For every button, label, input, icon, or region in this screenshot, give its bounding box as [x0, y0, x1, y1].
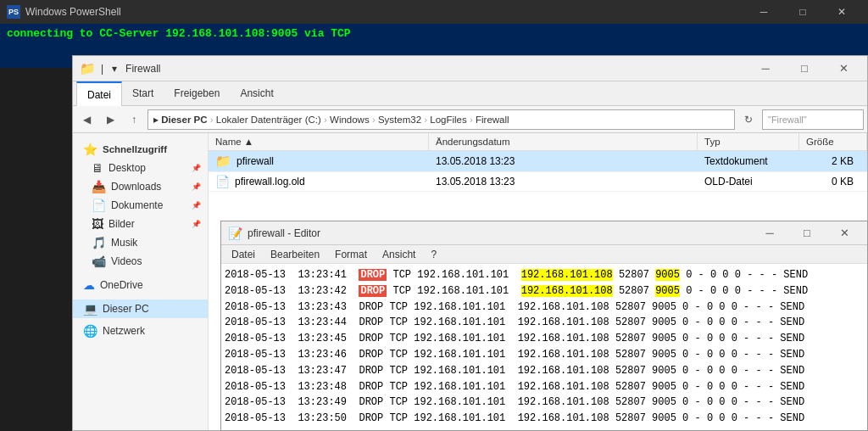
drop-badge-2: DROP — [359, 285, 387, 297]
powershell-controls: ─ □ ✕ — [744, 0, 861, 24]
this-pc-icon: 💻 — [83, 302, 97, 316]
music-icon: 🎵 — [92, 236, 106, 249]
file-row-pfirewall[interactable]: 📁 pfirewall 13.05.2018 13:23 Textdokumen… — [209, 151, 867, 172]
notepad-maximize[interactable]: □ — [791, 222, 823, 244]
sidebar-item-schnellzugriff: ⭐ Schnellzugriff — [73, 140, 208, 159]
menu-ansicht[interactable]: Ansicht — [376, 249, 422, 260]
log-line-3: 2018-05-13 13:23:43 DROP TCP 192.168.101… — [225, 299, 864, 316]
file-list-header: Name ▲ Änderungsdatum Typ Größe — [209, 133, 867, 151]
ribbon-tabs: Datei Start Freigeben Ansicht — [73, 81, 867, 105]
search-box[interactable]: "Firewall" — [762, 109, 864, 130]
tab-start[interactable]: Start — [122, 81, 164, 105]
file-type-pfirewall: Textdokument — [698, 151, 799, 171]
explorer-minimize[interactable]: ─ — [748, 57, 782, 81]
log-mid-1: TCP 192.168.101.101 — [387, 269, 520, 281]
highlight-ip-2: 192.168.101.108 — [521, 285, 613, 297]
sidebar-item-musik[interactable]: 🎵 Musik — [73, 233, 208, 252]
log-line-6: 2018-05-13 13:23:46 DROP TCP 192.168.101… — [225, 347, 864, 363]
col-name: Name ▲ — [209, 133, 429, 150]
file-icon-old: 📄 — [215, 175, 230, 188]
sidebar-item-onedrive[interactable]: ☁ OneDrive — [73, 276, 208, 294]
notepad-title: pfirewall - Editor — [248, 227, 748, 239]
explorer-maximize[interactable]: □ — [787, 57, 821, 81]
pictures-icon: 🖼 — [92, 217, 103, 231]
log-line-2: 2018-05-13 13:23:42 DROP TCP 192.168.101… — [225, 283, 864, 299]
log-prefix-1: 2018-05-13 13:23:41 — [225, 269, 359, 281]
log-line-8: 2018-05-13 13:23:48 DROP TCP 192.168.101… — [225, 379, 864, 395]
sidebar-item-downloads[interactable]: 📥 Downloads 📌 — [73, 177, 208, 196]
sidebar: ⭐ Schnellzugriff 🖥 Desktop 📌 📥 Downloads… — [73, 133, 209, 430]
connecting-text: connecting to CC-Server 192.168.101.108:… — [7, 27, 351, 40]
sidebar-item-bilder[interactable]: 🖼 Bilder 📌 — [73, 215, 208, 233]
log-line-9: 2018-05-13 13:23:49 DROP TCP 192.168.101… — [225, 395, 864, 411]
tab-ansicht[interactable]: Ansicht — [230, 81, 283, 105]
menu-help[interactable]: ? — [424, 249, 443, 260]
pin-icon-desktop: 📌 — [192, 164, 201, 172]
explorer-titlebar: 📁 | ▾ Firewall ─ □ ✕ — [73, 56, 867, 81]
explorer-close[interactable]: ✕ — [826, 57, 860, 81]
sidebar-label-bilder: Bilder — [108, 218, 135, 230]
log-suffix-2: 0 - 0 0 0 - - - SEND — [680, 285, 808, 297]
log-line-10: 2018-05-13 13:23:50 DROP TCP 192.168.101… — [225, 411, 864, 427]
sidebar-item-dokumente[interactable]: 📄 Dokumente 📌 — [73, 196, 208, 215]
sidebar-item-videos[interactable]: 📹 Videos — [73, 252, 208, 271]
file-date-old: 13.05.2018 13:23 — [429, 172, 698, 191]
desktop-icon: 🖥 — [92, 161, 103, 175]
search-placeholder: "Firewall" — [768, 115, 807, 125]
onedrive-icon: ☁ — [83, 278, 95, 292]
col-date: Änderungsdatum — [429, 133, 698, 150]
log-line-7: 2018-05-13 13:23:47 DROP TCP 192.168.101… — [225, 363, 864, 379]
pin-icon-bilder: 📌 — [192, 220, 201, 228]
documents-icon: 📄 — [92, 199, 106, 212]
sidebar-item-desktop[interactable]: 🖥 Desktop 📌 — [73, 159, 208, 177]
sidebar-label-musik: Musik — [111, 237, 137, 249]
notepad-content[interactable]: 2018-05-13 13:23:41 DROP TCP 192.168.101… — [221, 264, 867, 430]
forward-button[interactable]: ▶ — [100, 109, 120, 130]
file-name-pfirewall-old: 📄 pfirewall.log.old — [209, 172, 429, 191]
refresh-button[interactable]: ↻ — [738, 109, 759, 130]
maximize-button[interactable]: □ — [783, 0, 822, 24]
col-type: Typ — [698, 133, 799, 150]
powershell-content: connecting to CC-Server 192.168.101.108:… — [0, 24, 868, 43]
highlight-ip-1: 192.168.101.108 — [521, 269, 613, 281]
file-date-pfirewall: 13.05.2018 13:23 — [429, 151, 698, 171]
powershell-icon: PS — [7, 5, 20, 19]
notepad-minimize[interactable]: ─ — [754, 222, 786, 244]
notepad-icon: 📝 — [228, 227, 242, 240]
close-button[interactable]: ✕ — [822, 0, 861, 24]
menu-bearbeiten[interactable]: Bearbeiten — [264, 249, 326, 260]
menu-format[interactable]: Format — [328, 249, 374, 260]
star-icon: ⭐ — [83, 143, 97, 156]
back-button[interactable]: ◀ — [76, 109, 97, 130]
tab-datei[interactable]: Datei — [76, 81, 122, 106]
log-suffix-1: 0 - 0 0 0 - - - SEND — [680, 269, 808, 281]
log-mid-2: TCP 192.168.101.101 — [387, 285, 520, 297]
address-path[interactable]: ▸ Dieser PC › Lokaler Datenträger (C:) ›… — [147, 109, 735, 130]
address-bar: ◀ ▶ ↑ ▸ Dieser PC › Lokaler Datenträger … — [73, 106, 867, 133]
sidebar-label-onedrive: OneDrive — [100, 279, 143, 291]
up-button[interactable]: ↑ — [124, 109, 144, 130]
file-name-pfirewall: 📁 pfirewall — [209, 151, 429, 171]
file-row-pfirewall-old[interactable]: 📄 pfirewall.log.old 13.05.2018 13:23 OLD… — [209, 172, 867, 192]
minimize-button[interactable]: ─ — [744, 0, 783, 24]
col-size: Größe — [799, 133, 867, 150]
log-line-1: 2018-05-13 13:23:41 DROP TCP 192.168.101… — [225, 267, 864, 283]
highlight-port-1: 9005 — [655, 269, 680, 281]
highlight-port-2: 9005 — [655, 285, 680, 297]
notepad-close[interactable]: ✕ — [828, 222, 860, 244]
log-line-4: 2018-05-13 13:23:44 DROP TCP 192.168.101… — [225, 315, 864, 331]
notepad-window: 📝 pfirewall - Editor ─ □ ✕ Datei Bearbei… — [220, 221, 868, 431]
menu-datei[interactable]: Datei — [225, 249, 262, 260]
sidebar-item-dieser-pc[interactable]: 💻 Dieser PC — [73, 299, 208, 318]
file-size-pfirewall: 2 KB — [799, 151, 867, 171]
folder-icon: 📁 — [215, 154, 231, 169]
filename-text-pfirewall: pfirewall — [236, 155, 274, 167]
ribbon: Datei Start Freigeben Ansicht — [73, 81, 867, 106]
tab-freigeben[interactable]: Freigeben — [164, 81, 230, 105]
pin-icon-downloads: 📌 — [192, 182, 201, 191]
network-icon: 🌐 — [83, 324, 97, 338]
sidebar-label-schnellzugriff: Schnellzugriff — [103, 144, 167, 154]
sidebar-label-downloads: Downloads — [111, 181, 161, 193]
downloads-icon: 📥 — [92, 180, 106, 193]
sidebar-item-netzwerk[interactable]: 🌐 Netzwerk — [73, 322, 208, 340]
